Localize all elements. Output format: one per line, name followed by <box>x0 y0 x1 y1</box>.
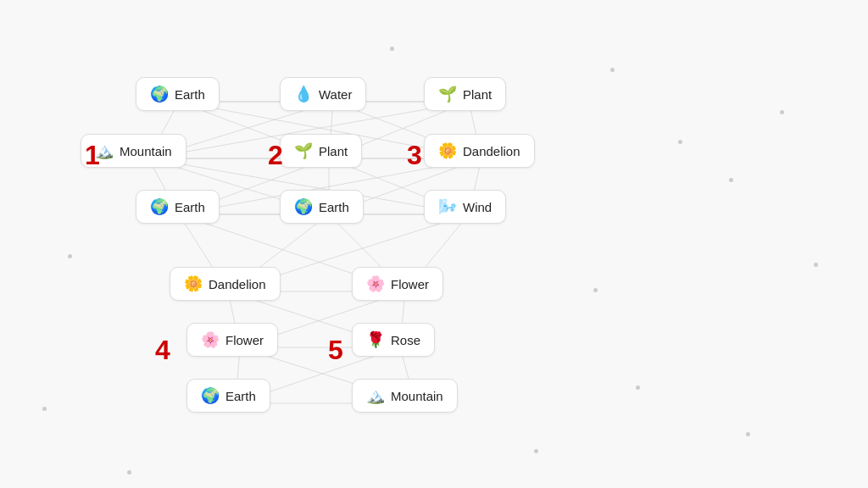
card-label-flower2: Flower <box>225 333 264 347</box>
card-emoji-plant2: 🌱 <box>294 141 313 160</box>
decoration-dot <box>780 110 784 114</box>
card-wind[interactable]: 🌬️Wind <box>424 190 506 224</box>
card-emoji-water: 💧 <box>294 85 313 103</box>
card-emoji-earth2: 🌍 <box>150 197 169 216</box>
card-label-earth4: Earth <box>225 389 256 403</box>
step-number-5: 5 <box>328 335 343 366</box>
card-label-plant2: Plant <box>319 144 348 158</box>
step-number-1: 1 <box>85 140 100 171</box>
card-label-earth3: Earth <box>319 200 349 214</box>
card-emoji-dandelion1: 🌼 <box>438 141 457 160</box>
card-emoji-plant1: 🌱 <box>438 85 457 103</box>
decoration-dot <box>678 140 682 144</box>
card-label-dandelion1: Dandelion <box>463 144 520 158</box>
card-dandelion2[interactable]: 🌼Dandelion <box>170 267 281 301</box>
card-emoji-dandelion2: 🌼 <box>184 274 203 293</box>
decoration-dot <box>534 449 538 453</box>
card-mountain2[interactable]: 🏔️Mountain <box>352 379 458 413</box>
card-dandelion1[interactable]: 🌼Dandelion <box>424 134 535 168</box>
card-emoji-flower2: 🌸 <box>201 330 220 349</box>
card-label-earth1: Earth <box>175 87 205 102</box>
card-emoji-earth4: 🌍 <box>201 386 220 405</box>
card-label-dandelion2: Dandelion <box>209 277 266 291</box>
decoration-dot <box>593 288 598 292</box>
card-earth2[interactable]: 🌍Earth <box>136 190 220 224</box>
step-number-3: 3 <box>407 140 422 171</box>
card-earth3[interactable]: 🌍Earth <box>280 190 364 224</box>
decoration-dot <box>746 432 750 436</box>
card-rose[interactable]: 🌹Rose <box>352 323 435 357</box>
card-earth1[interactable]: 🌍Earth <box>136 77 220 111</box>
step-number-4: 4 <box>155 335 170 366</box>
card-label-flower1: Flower <box>391 277 429 291</box>
card-flower2[interactable]: 🌸Flower <box>186 323 278 357</box>
card-emoji-rose: 🌹 <box>366 330 385 349</box>
card-emoji-wind: 🌬️ <box>438 197 457 216</box>
card-plant1[interactable]: 🌱Plant <box>424 77 506 111</box>
card-label-mountain2: Mountain <box>391 389 443 403</box>
card-label-wind: Wind <box>463 200 492 214</box>
card-water[interactable]: 💧Water <box>280 77 366 111</box>
card-label-mountain: Mountain <box>120 144 172 158</box>
card-label-earth2: Earth <box>175 200 205 214</box>
step-number-2: 2 <box>268 140 283 171</box>
card-emoji-mountain2: 🏔️ <box>366 386 385 405</box>
card-plant2[interactable]: 🌱Plant <box>280 134 362 168</box>
card-emoji-flower1: 🌸 <box>366 274 385 293</box>
card-label-water: Water <box>319 87 352 102</box>
decoration-dot <box>390 47 394 51</box>
card-emoji-earth3: 🌍 <box>294 197 313 216</box>
decoration-dot <box>729 178 733 182</box>
decoration-dot <box>127 470 131 474</box>
card-label-plant1: Plant <box>463 87 492 102</box>
decoration-dot <box>610 68 615 72</box>
card-earth4[interactable]: 🌍Earth <box>186 379 270 413</box>
decoration-dot <box>814 263 818 267</box>
card-emoji-earth1: 🌍 <box>150 85 169 103</box>
card-flower1[interactable]: 🌸Flower <box>352 267 443 301</box>
decoration-dot <box>42 407 47 411</box>
card-label-rose: Rose <box>391 333 420 347</box>
decoration-dot <box>68 254 72 258</box>
decoration-dot <box>636 385 640 390</box>
